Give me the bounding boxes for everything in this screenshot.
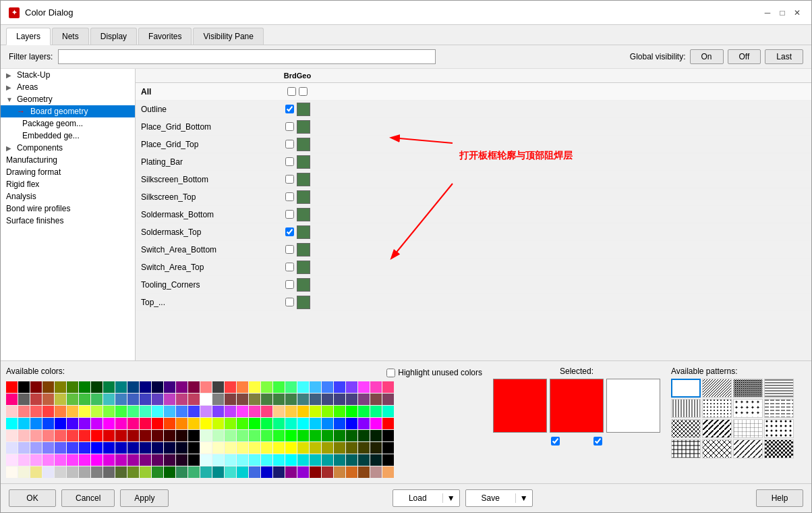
color-cell[interactable]	[273, 406, 285, 417]
layer-row-switch-area-top[interactable]: Switch_Area_Top	[136, 259, 811, 276]
color-cell[interactable]	[346, 381, 357, 393]
color-cell[interactable]	[285, 442, 297, 454]
layer-color-tc[interactable]	[297, 278, 310, 292]
pattern-diagonal-reverse[interactable]	[733, 439, 763, 458]
layer-color-sab[interactable]	[297, 243, 310, 256]
color-cell[interactable]	[164, 418, 175, 429]
color-cell[interactable]	[334, 381, 345, 393]
color-cell[interactable]	[249, 430, 260, 441]
color-cell[interactable]	[261, 466, 272, 478]
color-cell[interactable]	[346, 454, 357, 466]
color-cell[interactable]	[18, 466, 30, 478]
color-cell[interactable]	[237, 418, 248, 429]
color-cell[interactable]	[164, 430, 175, 441]
color-cell[interactable]	[67, 406, 78, 417]
color-cell[interactable]	[225, 381, 236, 393]
color-cell[interactable]	[358, 442, 370, 454]
color-cell[interactable]	[127, 394, 139, 405]
color-cell[interactable]	[322, 406, 333, 417]
color-cell[interactable]	[310, 406, 321, 417]
tree-item-stackup[interactable]: ▶ Stack-Up	[1, 69, 135, 81]
color-cell[interactable]	[30, 406, 42, 417]
selected-swatch-white[interactable]	[606, 379, 660, 433]
color-cell[interactable]	[188, 406, 200, 417]
layer-check1-sab[interactable]	[285, 245, 294, 254]
tree-item-areas[interactable]: ▶ Areas	[1, 81, 135, 93]
color-cell[interactable]	[103, 381, 115, 393]
color-cell[interactable]	[115, 418, 127, 429]
color-cell[interactable]	[382, 454, 394, 466]
color-cell[interactable]	[103, 442, 115, 454]
visibility-last-button[interactable]: Last	[765, 49, 803, 64]
color-cell[interactable]	[79, 418, 90, 429]
color-cell[interactable]	[152, 381, 163, 393]
color-cell[interactable]	[273, 466, 285, 478]
color-cell[interactable]	[152, 454, 163, 466]
tree-item-board-geometry[interactable]: → Board geometry	[1, 105, 135, 117]
color-cell[interactable]	[67, 394, 78, 405]
color-cell[interactable]	[18, 454, 30, 466]
color-cell[interactable]	[334, 430, 345, 441]
color-cell[interactable]	[334, 394, 345, 405]
layer-row-soldermask-top[interactable]: Soldermask_Top	[136, 223, 811, 241]
layer-row-place-grid-bottom[interactable]: Place_Grid_Bottom	[136, 118, 811, 136]
color-cell[interactable]	[212, 442, 224, 454]
color-cell[interactable]	[261, 406, 272, 417]
color-cell[interactable]	[55, 406, 66, 417]
layer-color-top[interactable]	[297, 296, 310, 309]
color-cell[interactable]	[103, 454, 115, 466]
layer-row-silkscreen-top[interactable]: Silkscreen_Top	[136, 188, 811, 206]
pattern-horizontal-lines[interactable]	[764, 379, 794, 398]
tab-visibility-pane[interactable]: Visibility Pane	[193, 28, 263, 45]
color-cell[interactable]	[310, 430, 321, 441]
color-cell[interactable]	[79, 394, 90, 405]
pattern-hatch-45[interactable]	[702, 379, 732, 398]
tree-item-geometry[interactable]: ▼ Geometry	[1, 93, 135, 105]
color-cell[interactable]	[358, 406, 370, 417]
color-cell[interactable]	[188, 454, 200, 466]
color-cell[interactable]	[237, 394, 248, 405]
layer-color-pgt[interactable]	[297, 138, 310, 151]
color-cell[interactable]	[273, 394, 285, 405]
tab-layers[interactable]: Layers	[6, 28, 51, 45]
pattern-solid-white[interactable]	[671, 379, 701, 398]
tree-item-components[interactable]: ▶ Components	[1, 142, 135, 154]
color-cell[interactable]	[55, 381, 66, 393]
color-cell[interactable]	[370, 418, 382, 429]
save-dropdown-arrow[interactable]: ▼	[515, 493, 532, 503]
color-cell[interactable]	[30, 418, 42, 429]
tab-display[interactable]: Display	[90, 28, 137, 45]
color-cell[interactable]	[176, 430, 187, 441]
color-cell[interactable]	[115, 466, 127, 478]
pattern-weave[interactable]	[671, 439, 701, 458]
pattern-dots[interactable]	[702, 399, 732, 418]
color-cell[interactable]	[79, 381, 90, 393]
color-cell[interactable]	[358, 381, 370, 393]
color-cell[interactable]	[6, 418, 18, 429]
layer-color-sat[interactable]	[297, 261, 310, 274]
layer-check1-all[interactable]	[287, 87, 296, 96]
color-cell[interactable]	[249, 418, 260, 429]
color-cell[interactable]	[225, 418, 236, 429]
color-cell[interactable]	[152, 442, 163, 454]
color-cell[interactable]	[249, 466, 260, 478]
color-cell[interactable]	[382, 466, 394, 478]
color-cell[interactable]	[42, 466, 54, 478]
color-cell[interactable]	[249, 381, 260, 393]
color-cell[interactable]	[273, 430, 285, 441]
color-cell[interactable]	[285, 394, 297, 405]
layer-color-swatch-outline[interactable]	[297, 103, 310, 116]
color-cell[interactable]	[334, 418, 345, 429]
load-button[interactable]: Load ▼	[393, 489, 460, 507]
color-cell[interactable]	[212, 454, 224, 466]
color-cell[interactable]	[297, 430, 309, 441]
pattern-hatch-dense[interactable]	[733, 379, 763, 398]
color-cell[interactable]	[358, 394, 370, 405]
color-cell[interactable]	[200, 381, 212, 393]
layer-color-sst[interactable]	[297, 190, 310, 204]
color-cell[interactable]	[67, 454, 78, 466]
layer-color-smb[interactable]	[297, 208, 310, 221]
color-cell[interactable]	[382, 406, 394, 417]
color-cell[interactable]	[42, 430, 54, 441]
color-cell[interactable]	[140, 406, 151, 417]
